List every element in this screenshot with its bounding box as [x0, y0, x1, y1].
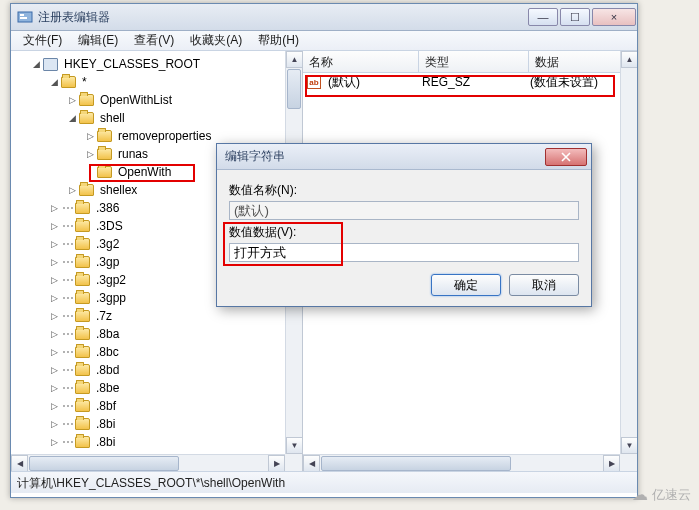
tree-node-star[interactable]: ◢ * — [13, 73, 302, 91]
expander-icon[interactable]: ▷ — [49, 383, 59, 393]
folder-icon — [79, 112, 94, 124]
value-data-input[interactable] — [229, 243, 579, 262]
scroll-left-icon[interactable]: ◀ — [303, 455, 320, 472]
expander-icon[interactable]: ▷ — [85, 149, 95, 159]
expander-icon[interactable]: ▷ — [49, 401, 59, 411]
expander-icon[interactable]: ◢ — [67, 113, 77, 123]
computer-icon — [43, 58, 58, 71]
dotted-line-icon: ⋯ — [61, 291, 75, 305]
string-value-icon: ab — [307, 75, 321, 89]
menu-favorites[interactable]: 收藏夹(A) — [182, 30, 250, 51]
titlebar[interactable]: 注册表编辑器 — ☐ × — [11, 4, 637, 31]
scrollbar-horizontal[interactable]: ◀ ▶ — [303, 454, 620, 471]
expander-icon[interactable]: ▷ — [49, 365, 59, 375]
folder-icon — [75, 364, 90, 376]
dotted-line-icon: ⋯ — [61, 327, 75, 341]
scroll-left-icon[interactable]: ◀ — [11, 455, 28, 472]
folder-icon — [75, 202, 90, 214]
scroll-right-icon[interactable]: ▶ — [603, 455, 620, 472]
expander-icon[interactable]: ▷ — [49, 347, 59, 357]
value-data-label: 数值数据(V): — [229, 224, 579, 241]
value-name: (默认) — [324, 74, 418, 91]
window-title: 注册表编辑器 — [38, 9, 527, 26]
dotted-line-icon: ⋯ — [61, 201, 75, 215]
scroll-thumb[interactable] — [287, 69, 301, 109]
scrollbar-horizontal[interactable]: ◀ ▶ — [11, 454, 285, 471]
close-button[interactable]: × — [592, 8, 636, 26]
maximize-button[interactable]: ☐ — [560, 8, 590, 26]
tree-node[interactable]: ▷⋯.8bf — [13, 397, 302, 415]
value-row-default[interactable]: ab (默认) REG_SZ (数值未设置) — [303, 73, 637, 91]
expander-icon[interactable]: ▷ — [49, 239, 59, 249]
scroll-down-icon[interactable]: ▼ — [286, 437, 303, 454]
scrollbar-vertical[interactable]: ▲ ▼ — [620, 51, 637, 454]
dotted-line-icon: ⋯ — [61, 435, 75, 449]
folder-icon — [75, 418, 90, 430]
folder-icon — [75, 400, 90, 412]
tree-node[interactable]: ▷⋯.8bc — [13, 343, 302, 361]
folder-icon — [75, 274, 90, 286]
scroll-up-icon[interactable]: ▲ — [621, 51, 637, 68]
cloud-icon: ☁ — [632, 485, 648, 504]
dialog-titlebar[interactable]: 编辑字符串 — [217, 144, 591, 170]
expander-icon[interactable]: ◢ — [49, 77, 59, 87]
watermark: ☁ 亿速云 — [632, 485, 691, 504]
dialog-close-button[interactable] — [545, 148, 587, 166]
minimize-button[interactable]: — — [528, 8, 558, 26]
tree-node[interactable]: ▷ OpenWithList — [13, 91, 302, 109]
column-name[interactable]: 名称 — [303, 51, 419, 72]
tree-node[interactable]: ▷⋯.8bd — [13, 361, 302, 379]
scroll-up-icon[interactable]: ▲ — [286, 51, 303, 68]
expander-icon[interactable]: ▷ — [49, 311, 59, 321]
expander-icon[interactable]: ◢ — [31, 59, 41, 69]
tree-node-shell[interactable]: ◢ shell — [13, 109, 302, 127]
expander-icon[interactable]: ▷ — [67, 95, 77, 105]
scroll-down-icon[interactable]: ▼ — [621, 437, 637, 454]
menu-edit[interactable]: 编辑(E) — [70, 30, 126, 51]
tree-node[interactable]: ▷⋯.8ba — [13, 325, 302, 343]
menu-file[interactable]: 文件(F) — [15, 30, 70, 51]
list-header: 名称 类型 数据 — [303, 51, 637, 73]
expander-icon[interactable]: ▷ — [49, 329, 59, 339]
scroll-corner — [620, 454, 637, 471]
menu-help[interactable]: 帮助(H) — [250, 30, 307, 51]
scroll-right-icon[interactable]: ▶ — [268, 455, 285, 472]
statusbar: 计算机\HKEY_CLASSES_ROOT\*\shell\OpenWith — [11, 471, 637, 493]
tree-node[interactable]: ▷⋯.8bi — [13, 415, 302, 433]
folder-icon — [75, 310, 90, 322]
folder-icon — [75, 436, 90, 448]
dotted-line-icon: ⋯ — [61, 363, 75, 377]
folder-icon — [75, 382, 90, 394]
expander-icon[interactable]: ▷ — [49, 419, 59, 429]
expander-icon[interactable]: ▷ — [49, 257, 59, 267]
dialog-title: 编辑字符串 — [225, 148, 545, 165]
tree-node[interactable]: ▷⋯.8bi — [13, 433, 302, 451]
svg-rect-2 — [20, 17, 27, 19]
folder-icon — [75, 220, 90, 232]
expander-icon[interactable]: ▷ — [49, 275, 59, 285]
tree-node-root[interactable]: ◢ HKEY_CLASSES_ROOT — [13, 55, 302, 73]
expander-icon[interactable]: ▷ — [49, 203, 59, 213]
tree-node[interactable]: ▷⋯.7z — [13, 307, 302, 325]
tree-node[interactable]: ▷⋯.8be — [13, 379, 302, 397]
menu-view[interactable]: 查看(V) — [126, 30, 182, 51]
expander-icon[interactable]: ▷ — [49, 221, 59, 231]
dotted-line-icon: ⋯ — [61, 399, 75, 413]
scroll-thumb[interactable] — [321, 456, 511, 471]
expander-icon[interactable]: ▷ — [49, 293, 59, 303]
column-type[interactable]: 类型 — [419, 51, 529, 72]
expander-icon[interactable]: ▷ — [67, 185, 77, 195]
expander-icon[interactable]: ▷ — [49, 437, 59, 447]
value-data: (数值未设置) — [526, 74, 602, 91]
expander-icon[interactable]: ▷ — [85, 131, 95, 141]
dotted-line-icon: ⋯ — [61, 219, 75, 233]
folder-icon — [75, 256, 90, 268]
ok-button[interactable]: 确定 — [431, 274, 501, 296]
dotted-line-icon: ⋯ — [61, 345, 75, 359]
cancel-button[interactable]: 取消 — [509, 274, 579, 296]
value-type: REG_SZ — [418, 75, 526, 89]
folder-icon — [97, 130, 112, 142]
dotted-line-icon: ⋯ — [61, 381, 75, 395]
scroll-corner — [285, 454, 302, 471]
scroll-thumb[interactable] — [29, 456, 179, 471]
